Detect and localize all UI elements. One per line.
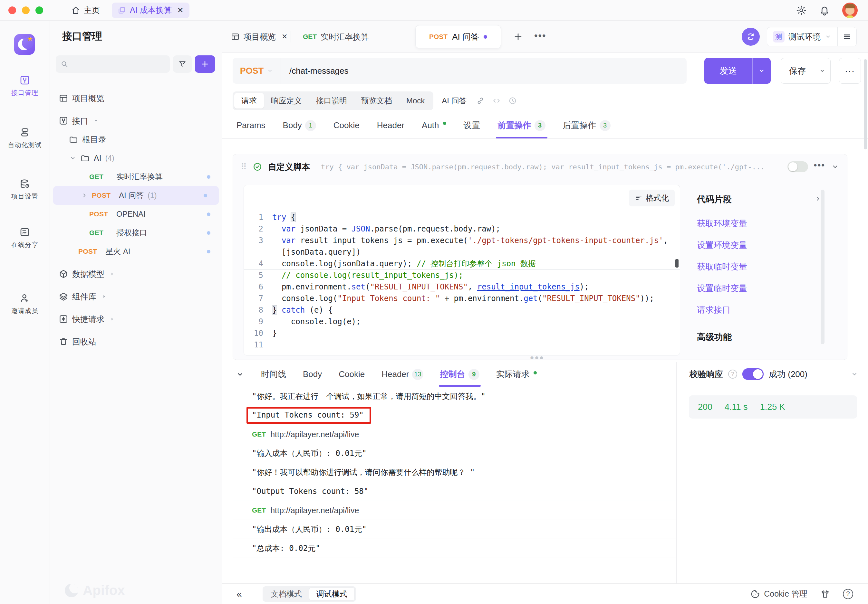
environment-menu-icon[interactable] <box>838 32 856 41</box>
snippet-link-2[interactable]: 获取临时变量 <box>697 261 747 272</box>
settings-gear-icon[interactable] <box>796 5 807 16</box>
snippets-scrollbar[interactable] <box>821 190 825 344</box>
tree-item-组件库[interactable]: 组件库 <box>50 287 222 306</box>
environment-selector[interactable]: 测 测试环境 <box>767 27 857 46</box>
caret-down-icon[interactable] <box>93 117 99 124</box>
tree-item-项目概览[interactable]: 项目概览 <box>50 89 222 108</box>
format-button[interactable]: 格式化 <box>629 190 675 206</box>
trash-icon <box>59 337 68 346</box>
chevron-right-icon[interactable] <box>81 192 88 199</box>
home-button[interactable]: 主页 <box>71 5 100 15</box>
response-tab-Cookie[interactable]: Cookie <box>339 362 365 387</box>
line-number: 1 <box>244 212 272 223</box>
section-tab-Auth[interactable]: Auth <box>422 112 446 139</box>
tree-item-ai-问答[interactable]: POSTAI 问答(1) <box>53 186 219 205</box>
doc-mode-button[interactable]: 文档模式 <box>264 588 309 601</box>
tree-item-星火-ai[interactable]: POST星火 AI <box>50 242 222 261</box>
rail-item-api-management[interactable]: 接口管理 <box>0 75 50 97</box>
notifications-bell-icon[interactable] <box>819 5 830 16</box>
request-more-button[interactable]: ... <box>839 58 861 84</box>
caret-right-icon[interactable] <box>101 293 107 300</box>
history-clock-icon[interactable] <box>508 96 517 105</box>
caret-right-icon[interactable] <box>109 316 115 322</box>
collapse-console-chevron-icon[interactable] <box>236 370 244 378</box>
app-logo[interactable]: ★ <box>14 34 35 55</box>
help-icon[interactable]: ? <box>728 369 737 378</box>
snippet-link-4[interactable]: 请求接口 <box>697 304 730 315</box>
rail-item-online-share[interactable]: 在线分享 <box>0 227 50 249</box>
snippet-link-1[interactable]: 设置环境变量 <box>697 239 747 251</box>
share-link-icon[interactable] <box>476 96 485 105</box>
request-tab-3[interactable]: 预览文档 <box>354 93 399 108</box>
tree-item-授权接口[interactable]: GET授权接口 <box>50 224 222 242</box>
tree-item-数据模型[interactable]: 数据模型 <box>50 265 222 283</box>
request-tab-0[interactable]: 请求 <box>234 93 264 108</box>
tab-exchange-rate[interactable]: GET 实时汇率换算 <box>303 21 369 53</box>
request-tab-1[interactable]: 响应定义 <box>264 93 309 108</box>
caret-right-icon[interactable] <box>109 271 115 277</box>
section-tab-设置[interactable]: 设置 <box>463 112 480 139</box>
section-tab-后置操作[interactable]: 后置操作3 <box>563 112 611 139</box>
save-button[interactable]: 保存 <box>781 58 831 84</box>
response-tab-Body[interactable]: Body <box>303 362 322 387</box>
new-tab-plus-icon[interactable] <box>512 31 524 43</box>
close-window-button[interactable] <box>8 6 16 14</box>
minimize-window-button[interactable] <box>22 6 29 14</box>
request-tab-2[interactable]: 接口说明 <box>309 93 354 108</box>
environment-badge: 测 <box>773 31 784 43</box>
avatar[interactable] <box>842 3 858 18</box>
method-select[interactable]: POST <box>232 58 281 84</box>
url-input[interactable]: /chat-messages <box>281 66 349 76</box>
section-tab-Header[interactable]: Header <box>377 112 405 139</box>
rail-item-automated-testing[interactable]: 自动化测试 <box>0 127 50 149</box>
generate-code-icon[interactable] <box>492 96 501 105</box>
help-question-icon[interactable]: ? <box>843 589 853 599</box>
main-scrollbar-thumb[interactable] <box>864 59 867 149</box>
tree-item-接口[interactable]: 接口 <box>50 111 222 130</box>
send-button[interactable]: 发送 <box>704 58 771 84</box>
drag-handle-icon[interactable]: ⠿ <box>241 162 247 172</box>
cookie-manager-button[interactable]: Cookie 管理 <box>750 589 808 599</box>
response-tab-实际请求[interactable]: 实际请求 <box>496 362 537 387</box>
tree-item-实时汇率换算[interactable]: GET实时汇率换算 <box>50 167 222 186</box>
tree-item-openai[interactable]: POSTOPENAI <box>50 205 222 224</box>
section-tab-Params[interactable]: Params <box>237 112 265 139</box>
close-workspace-tab-icon[interactable]: ✕ <box>177 6 184 15</box>
tree-item-快捷请求[interactable]: 快捷请求 <box>50 310 222 328</box>
tab-ai-qa-view[interactable]: AI 问答 <box>442 96 467 106</box>
tab-overflow-menu-icon[interactable]: ••• <box>534 31 546 43</box>
response-tab-Header[interactable]: Header13 <box>381 362 423 387</box>
sync-button[interactable] <box>742 28 760 46</box>
window-controls[interactable] <box>8 6 43 14</box>
section-tab-Cookie[interactable]: Cookie <box>333 112 360 139</box>
snippet-link-0[interactable]: 获取环境变量 <box>697 218 747 229</box>
tab-project-overview[interactable]: 项目概览 ✕ <box>231 21 287 53</box>
chevron-down-icon[interactable] <box>851 370 858 378</box>
close-tab-icon[interactable]: ✕ <box>282 32 287 41</box>
debug-mode-button[interactable]: 调试模式 <box>309 588 355 601</box>
editor-scrollbar-thumb[interactable] <box>675 259 679 267</box>
section-tab-Body[interactable]: Body1 <box>283 112 316 139</box>
maximize-window-button[interactable] <box>36 6 43 14</box>
theme-tshirt-icon[interactable] <box>820 589 830 599</box>
tree-item-回收站[interactable]: 回收站 <box>50 332 222 351</box>
search-input[interactable] <box>56 56 170 73</box>
validate-response-toggle[interactable] <box>742 368 764 380</box>
tree-item-根目录[interactable]: 根目录 <box>50 130 222 149</box>
section-tab-前置操作[interactable]: 前置操作3 <box>498 112 546 139</box>
workspace-tab[interactable]: AI 成本换算 ✕ <box>112 3 189 18</box>
tab-ai-qa-active[interactable]: POST AI 问答 <box>415 25 501 48</box>
add-api-button[interactable] <box>195 56 215 73</box>
code-editor[interactable]: 1try {2 var jsonData = JSON.parse(pm.req… <box>244 212 680 351</box>
rail-item-invite-members[interactable]: 邀请成员 <box>0 293 50 315</box>
tree-item-ai[interactable]: AI(4) <box>50 149 222 167</box>
response-tab-时间线[interactable]: 时间线 <box>261 362 286 387</box>
snippet-link-3[interactable]: 设置临时变量 <box>697 283 747 294</box>
request-tab-4[interactable]: Mock <box>399 93 432 108</box>
rail-item-project-settings[interactable]: 项目设置 <box>0 178 50 201</box>
filter-button[interactable] <box>173 56 192 73</box>
response-tab-控制台[interactable]: 控制台9 <box>440 362 479 387</box>
request-segmented-control: 请求响应定义接口说明预览文档Mock <box>232 91 433 110</box>
chevron-down-icon[interactable] <box>69 154 76 162</box>
collapse-sidebar-icon[interactable]: « <box>237 589 242 599</box>
